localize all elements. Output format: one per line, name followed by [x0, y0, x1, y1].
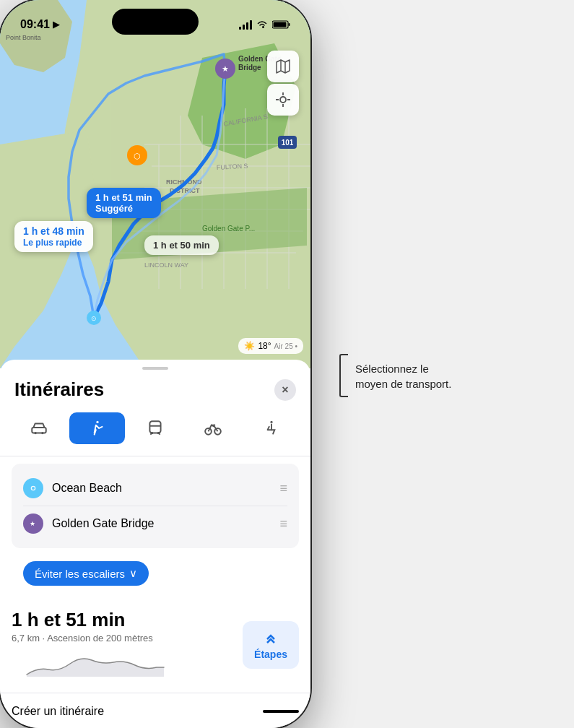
- fastest-time: 1 h et 48 min: [23, 225, 84, 237]
- location-button[interactable]: [267, 84, 299, 116]
- suggested-label-text: Suggéré: [95, 203, 133, 214]
- route-details: 6,7 km · Ascension de 200 mètres: [12, 633, 179, 644]
- location-arrow-icon: ▶: [53, 20, 59, 30]
- phone-frame: 09:41 ▶: [0, 0, 310, 728]
- svg-text:★: ★: [30, 520, 35, 527]
- svg-point-42: [35, 432, 37, 434]
- map-area: LINCOLN WAY CALIFORNIA S FULTON S RICHMO…: [0, 0, 310, 368]
- annotation-area: Sélectionnez le moyen de transport.: [339, 354, 570, 397]
- destination-name: Golden Gate Bridge: [52, 517, 279, 530]
- transport-tab-transit[interactable]: [128, 412, 183, 444]
- svg-point-51: [206, 428, 212, 435]
- svg-text:Bridge: Bridge: [238, 64, 261, 72]
- svg-text:Golden Gate P...: Golden Gate P...: [202, 225, 255, 233]
- svg-rect-1: [289, 23, 290, 26]
- transport-tabs: [0, 407, 310, 456]
- route-duration: 1 h et 51 min: [12, 609, 179, 631]
- transport-tab-bike[interactable]: [186, 412, 240, 444]
- transport-tab-accessibility[interactable]: [244, 412, 299, 444]
- fastest-label-text: Le plus rapide: [23, 238, 82, 248]
- avoid-stairs-button[interactable]: Éviter les escaliers ∨: [23, 561, 149, 586]
- svg-point-43: [41, 432, 43, 434]
- suggested-time: 1 h et 51 min: [95, 192, 152, 203]
- map-type-button[interactable]: [267, 51, 299, 82]
- third-time: 1 h et 50 min: [153, 240, 210, 251]
- svg-text:⬡: ⬡: [134, 152, 141, 160]
- steps-label: Étapes: [254, 649, 287, 660]
- suggested-route-label[interactable]: 1 h et 51 min Suggéré: [87, 188, 161, 218]
- route-info: 1 h et 51 min 6,7 km · Ascension de 200 …: [12, 609, 179, 681]
- sheet-title: Itinéraires: [14, 378, 104, 401]
- battery-icon: [272, 20, 290, 29]
- fastest-route-label[interactable]: 1 h et 48 min Le plus rapide: [14, 221, 93, 252]
- destination-row: ★ Golden Gate Bridge ≡: [23, 506, 287, 541]
- elevation-chart: [12, 649, 179, 681]
- svg-rect-45: [149, 421, 160, 433]
- origin-drag-handle[interactable]: ≡: [279, 482, 287, 495]
- sun-icon: ☀️: [244, 341, 255, 351]
- close-button[interactable]: ×: [274, 379, 296, 401]
- svg-text:101: 101: [282, 139, 294, 147]
- wifi-icon: [256, 20, 268, 29]
- close-icon: ×: [282, 384, 288, 396]
- status-time: 09:41 ▶: [20, 18, 59, 31]
- svg-rect-2: [274, 22, 287, 27]
- destination-drag-handle[interactable]: ≡: [279, 517, 287, 530]
- svg-rect-41: [32, 428, 46, 433]
- map-controls: [267, 51, 299, 116]
- svg-text:⊙: ⊙: [91, 315, 97, 322]
- svg-text:LINCOLN WAY: LINCOLN WAY: [144, 261, 188, 269]
- locations-section: Ocean Beach ≡ ★ Golden Gate Bridge ≡: [12, 464, 299, 548]
- origin-icon: [23, 478, 43, 498]
- annotation-text: Sélectionnez le moyen de transport.: [355, 354, 451, 391]
- temperature: 18°: [258, 341, 271, 351]
- status-icons: [239, 20, 290, 30]
- svg-point-44: [96, 421, 98, 423]
- bottom-sheet: Itinéraires ×: [0, 360, 310, 728]
- svg-text:★: ★: [222, 64, 229, 73]
- transport-tab-walk[interactable]: [69, 412, 124, 444]
- origin-row: Ocean Beach ≡: [23, 471, 287, 506]
- map-svg: LINCOLN WAY CALIFORNIA S FULTON S RICHMO…: [0, 0, 310, 368]
- steps-button[interactable]: Étapes: [243, 621, 299, 669]
- create-itinerary-section: Créer un itinéraire: [0, 693, 310, 721]
- air-quality: Air 25 •: [274, 342, 297, 350]
- phone-wrapper: 09:41 ▶: [0, 0, 574, 728]
- sheet-header: Itinéraires ×: [0, 370, 310, 407]
- chevron-down-icon: ∨: [129, 567, 137, 580]
- transport-tab-car[interactable]: [12, 412, 66, 444]
- weather-badge: ☀️ 18° Air 25 •: [238, 338, 303, 354]
- route-summary: 1 h et 51 min 6,7 km · Ascension de 200 …: [0, 597, 310, 687]
- origin-name: Ocean Beach: [52, 482, 279, 495]
- svg-point-54: [270, 421, 272, 423]
- annotation-bracket: [339, 354, 348, 397]
- destination-icon: ★: [23, 514, 43, 534]
- signal-icon: [239, 20, 252, 30]
- avoid-stairs-label: Éviter les escaliers: [35, 568, 125, 580]
- third-route-label[interactable]: 1 h et 50 min: [144, 235, 219, 255]
- svg-point-53: [214, 425, 216, 426]
- clock: 09:41: [20, 18, 50, 31]
- create-itinerary-label[interactable]: Créer un itinéraire: [12, 705, 104, 718]
- svg-point-56: [32, 487, 35, 490]
- dynamic-island: [112, 9, 199, 35]
- svg-point-36: [280, 97, 286, 103]
